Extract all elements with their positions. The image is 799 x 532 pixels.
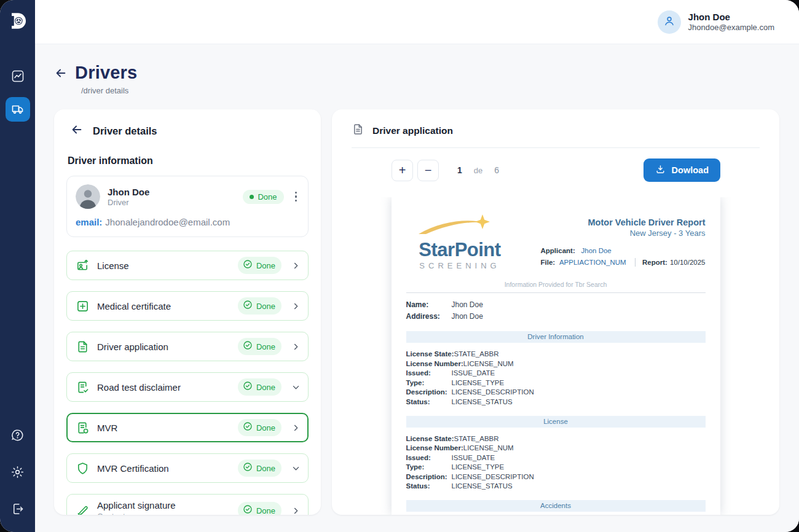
section-title-bar: License xyxy=(406,416,706,428)
user-email: Jhondoe@example.com xyxy=(688,23,774,32)
logout-icon xyxy=(10,502,25,516)
zoom-in-button[interactable]: + xyxy=(392,160,413,181)
checklist-item-icon xyxy=(75,420,90,435)
app-logo-icon xyxy=(7,10,29,32)
checklist-item-label: Applicant signature xyxy=(97,500,238,510)
document-checklist: License Done xyxy=(66,251,309,515)
report-title: Motor Vehicle Driver Report xyxy=(541,217,706,227)
check-circle-icon xyxy=(243,259,253,272)
person-icon xyxy=(663,14,676,30)
checklist-item-icon xyxy=(75,258,90,273)
viewer-title: Driver application xyxy=(372,125,453,136)
done-badge: Done xyxy=(238,378,281,396)
doc-section: Driver Information License State: STATE_… xyxy=(406,331,706,405)
check-circle-icon xyxy=(243,300,253,312)
email-label: email: xyxy=(76,217,102,227)
field-row: Status: LICENSE_STATUS xyxy=(406,482,706,490)
checklist-item-icon xyxy=(75,339,90,354)
document-icon xyxy=(352,123,364,138)
page-indicator: 1 de 6 xyxy=(457,165,499,175)
checklist-item-icon xyxy=(75,299,90,313)
done-badge: Done xyxy=(238,502,281,515)
report-region: New Jersey - 3 Years xyxy=(541,229,706,238)
download-button[interactable]: Dowload xyxy=(644,158,720,182)
checklist-item[interactable]: Applicant signature Content Done xyxy=(66,494,309,515)
chevron-icon xyxy=(291,464,301,473)
checklist-item[interactable]: Driver application Done xyxy=(66,332,309,361)
user-menu[interactable]: Jhon Doe Jhondoe@example.com xyxy=(658,10,774,34)
total-pages: 6 xyxy=(494,165,499,175)
truck-icon xyxy=(10,102,25,117)
page-back-button[interactable] xyxy=(54,66,68,82)
checklist-item-label: Medical certificate xyxy=(97,301,238,311)
sidebar-item-drivers[interactable] xyxy=(6,97,30,122)
driver-summary-card: Jhon Doe Driver Done email:Jhonalejandro… xyxy=(66,176,309,237)
page-title: Drivers xyxy=(75,63,137,83)
field-row: License State: STATE_ABBR xyxy=(406,350,706,358)
checklist-item-icon xyxy=(75,380,90,394)
section-title-bar: Driver Information xyxy=(406,331,706,343)
user-name: Jhon Doe xyxy=(688,12,774,22)
checklist-item-label: MVR xyxy=(97,423,238,433)
field-row: Description: LICENSE_DESCRIPTION xyxy=(406,388,706,396)
chevron-icon xyxy=(291,302,301,311)
sidebar-item-help[interactable] xyxy=(6,423,30,447)
top-bar: Jhon Doe Jhondoe@example.com xyxy=(35,0,799,44)
sidebar-item-settings[interactable] xyxy=(6,460,30,484)
person-row: Name: Jhon Doe xyxy=(406,300,706,309)
settings-gear-icon xyxy=(10,465,25,479)
checklist-item[interactable]: MVR Certification Done xyxy=(66,453,309,483)
checklist-item[interactable]: Road test disclaimer Done xyxy=(66,372,309,402)
done-badge: Done xyxy=(238,419,281,436)
person-row: Addiress: Jhon Doe xyxy=(406,312,706,321)
checklist-item-icon xyxy=(75,461,90,475)
checklist-item[interactable]: MVR Done xyxy=(66,413,309,442)
doc-disclaimer: Information Provided for Tbr Search xyxy=(406,281,706,288)
checklist-item-label: Driver application xyxy=(97,342,238,352)
driver-card-menu-button[interactable] xyxy=(293,189,300,205)
help-icon xyxy=(10,428,25,442)
driver-information-heading: Driver information xyxy=(68,155,309,166)
check-circle-icon xyxy=(243,462,253,474)
check-circle-icon xyxy=(243,421,253,434)
chevron-icon xyxy=(291,261,301,270)
page-content: Drivers /driver details Driver details D… xyxy=(35,44,799,532)
zoom-out-button[interactable]: − xyxy=(417,160,439,181)
doc-sections: Driver Information License State: STATE_… xyxy=(406,331,706,512)
driver-details-panel: Driver details Driver information Jhon D… xyxy=(54,109,321,515)
sidebar-item-logout[interactable] xyxy=(6,496,30,521)
field-row: Type: LICENSE_TYPE xyxy=(406,463,706,471)
field-row: Status: LICENSE_STATUS xyxy=(406,398,706,405)
applicant-label: Applicant: xyxy=(541,247,581,254)
driver-role: Driver xyxy=(108,198,243,207)
checklist-item[interactable]: License Done xyxy=(66,251,309,280)
panel-back-button[interactable] xyxy=(70,123,84,139)
starpoint-logo: StarPoint SCREENING xyxy=(406,209,514,270)
checklist-item-icon xyxy=(75,503,90,515)
driver-status-badge: Done xyxy=(243,190,283,204)
applicant-value: Jhon Doe xyxy=(581,247,612,254)
document-viewer-panel: Driver application + − 1 de 6 Do xyxy=(332,109,779,515)
analytics-icon xyxy=(10,69,25,84)
field-row: License State: STATE_ABBR xyxy=(406,435,706,442)
chevron-icon xyxy=(291,342,301,351)
field-row: Type: LICENSE_TYPE xyxy=(406,379,706,386)
app-window: Jhon Doe Jhondoe@example.com Drivers /dr… xyxy=(0,0,799,532)
report-date-label: Report: xyxy=(642,259,667,266)
person-info: Name: Jhon Doe Addiress: Jhon Doe xyxy=(406,300,706,321)
viewer-toolbar: + − 1 de 6 Dowload xyxy=(332,148,779,182)
checklist-item[interactable]: Medical certificate Done xyxy=(66,291,309,321)
star-swoosh-icon xyxy=(406,213,514,240)
sidebar-nav xyxy=(6,64,30,122)
sidebar-item-analytics[interactable] xyxy=(6,64,30,88)
check-circle-icon xyxy=(243,340,253,353)
report-date-value: 10/10/2025 xyxy=(670,259,706,266)
page-of-label: de xyxy=(474,166,482,175)
user-avatar xyxy=(658,10,681,34)
status-dot-icon xyxy=(250,195,254,199)
checklist-item-label: License xyxy=(97,260,238,271)
field-row: Description: LICENSE_DESCRIPTION xyxy=(406,473,706,480)
email-value: Jhonalejandrodoe@email.com xyxy=(105,217,230,227)
checklist-item-sublabel: Content xyxy=(97,512,238,515)
driver-photo xyxy=(76,184,100,209)
